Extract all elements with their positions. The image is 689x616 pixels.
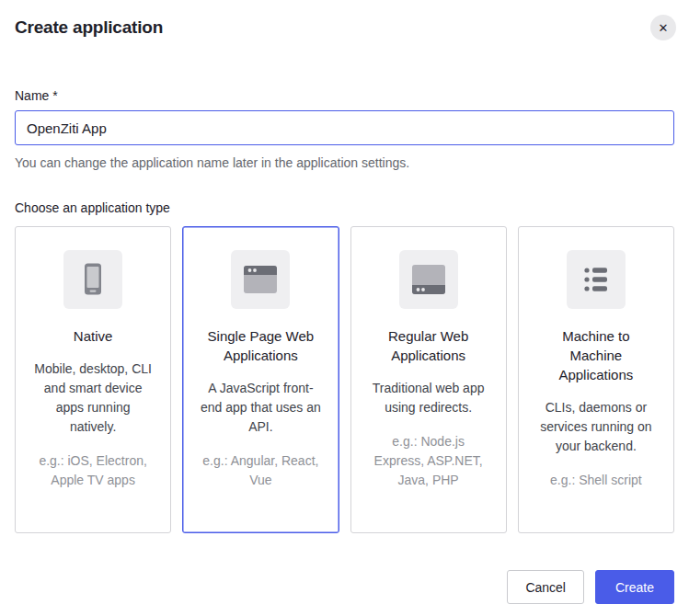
card-description: CLIs, daemons or services running on you… (535, 398, 657, 456)
app-type-card-list: Native Mobile, desktop, CLI and smart de… (15, 226, 674, 533)
regular-web-icon (408, 261, 449, 298)
card-example: e.g.: Angular, React, Vue (198, 451, 323, 490)
card-example: e.g.: Shell script (534, 471, 659, 490)
app-type-card-machine-to-machine[interactable]: Machine to Machine Applications CLIs, da… (518, 226, 674, 533)
required-marker: * (52, 88, 57, 103)
card-title: Single Page Web Applications (200, 326, 321, 365)
app-type-card-native[interactable]: Native Mobile, desktop, CLI and smart de… (15, 226, 171, 533)
m2m-icon-tile (567, 250, 626, 309)
close-button[interactable]: ✕ (650, 15, 676, 40)
card-title: Machine to Machine Applications (535, 326, 657, 384)
dialog-footer: Cancel Create (507, 570, 674, 604)
app-type-card-regular-web[interactable]: Regular Web Applications Traditional web… (350, 226, 507, 533)
card-description: A JavaScript front-end app that uses an … (200, 379, 321, 437)
create-application-dialog: Create application ✕ Name * You can chan… (0, 0, 689, 616)
card-title: Regular Web Applications (368, 326, 489, 365)
create-button[interactable]: Create (595, 570, 674, 604)
close-icon: ✕ (659, 21, 669, 35)
card-description: Mobile, desktop, CLI and smart device ap… (32, 359, 154, 437)
native-mobile-icon (75, 261, 111, 298)
app-type-card-single-page[interactable]: Single Page Web Applications A JavaScrip… (182, 226, 339, 533)
native-icon-tile (63, 250, 122, 309)
name-label: Name * (15, 88, 674, 103)
cancel-button[interactable]: Cancel (507, 570, 584, 604)
card-title: Native (32, 326, 154, 346)
spa-icon-tile (231, 250, 290, 309)
dialog-header: Create application ✕ (0, 0, 689, 40)
dialog-title: Create application (15, 17, 163, 38)
card-description: Traditional web app using redirects. (368, 379, 489, 417)
type-section-label: Choose an application type (15, 200, 674, 215)
card-example: e.g.: Node.js Express, ASP.NET, Java, PH… (366, 432, 491, 490)
spa-browser-icon (240, 261, 281, 298)
name-input[interactable] (15, 110, 674, 145)
name-label-text: Name (15, 88, 49, 103)
dialog-body: Name * You can change the application na… (0, 88, 689, 533)
name-helper-text: You can change the application name late… (15, 155, 674, 170)
regular-web-icon-tile (399, 250, 458, 309)
card-example: e.g.: iOS, Electron, Apple TV apps (30, 451, 155, 490)
machine-to-machine-icon (578, 261, 614, 298)
